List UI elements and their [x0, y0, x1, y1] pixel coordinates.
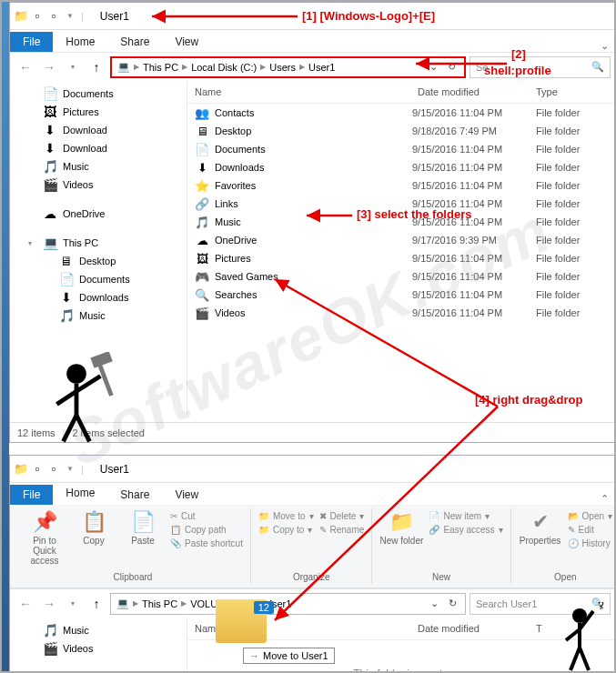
nav-item[interactable]: 🎵Music [10, 621, 187, 639]
ribbon-collapse-icon[interactable]: ⌃ [593, 493, 616, 505]
nav-item[interactable]: 🎵Music [10, 306, 187, 325]
file-row[interactable]: 🎬Videos9/15/2016 11:04 PMFile folder [187, 304, 616, 322]
recent-dropdown-icon[interactable]: ▾ [63, 57, 83, 77]
file-row[interactable]: ⬇Downloads9/15/2016 11:04 PMFile folder [187, 158, 616, 176]
copy-path-button[interactable]: 📋 Copy path [170, 524, 243, 536]
refresh-icon[interactable]: ↻ [443, 598, 461, 609]
file-row[interactable]: 🔗Links9/15/2016 11:04 PMFile folder [187, 195, 616, 213]
col-date[interactable]: Date modified [418, 86, 536, 97]
nav-item[interactable]: 📄Documents [10, 85, 187, 103]
file-row[interactable]: 🔍Searches9/15/2016 11:04 PMFile folder [187, 286, 616, 304]
breadcrumb-seg[interactable]: Users [268, 62, 298, 73]
copy-to-button[interactable]: 📁 Copy to ▾ [258, 524, 314, 536]
qat-dropdown-icon[interactable]: ▼ [63, 9, 77, 24]
nav-item[interactable]: 🖥Desktop [10, 252, 187, 270]
open-button[interactable]: 📂 Open ▾ [568, 510, 612, 522]
file-row[interactable]: 👥Contacts9/15/2016 11:04 PMFile folder [187, 104, 616, 122]
breadcrumb-seg[interactable]: User1 [307, 62, 337, 73]
cut-button[interactable]: ✂ Cut [170, 510, 243, 522]
breadcrumb-seg[interactable]: Local Disk (C:) [189, 62, 258, 73]
forward-button[interactable]: → [39, 594, 59, 614]
file-date: 9/15/2016 11:04 PM [412, 307, 530, 318]
file-row[interactable]: 📄Documents9/15/2016 11:04 PMFile folder [187, 140, 616, 158]
refresh-icon[interactable]: ↻ [442, 61, 460, 73]
address-dropdown-icon[interactable]: ⌄ [424, 61, 442, 73]
nav-item[interactable]: ⬇Download [10, 139, 187, 157]
breadcrumb-seg[interactable]: This PC [141, 62, 180, 73]
edit-button[interactable]: ✎ Edit [568, 524, 612, 536]
address-dropdown-icon[interactable]: ⌄ [425, 598, 443, 609]
file-row[interactable]: ⭐Favorites9/15/2016 11:04 PMFile folder [187, 176, 616, 195]
nav-item[interactable]: 🎵Music [10, 157, 187, 176]
tab-share[interactable]: Share [107, 485, 162, 505]
tab-view[interactable]: View [162, 32, 211, 52]
pc-icon[interactable]: 💻 [115, 598, 131, 609]
history-button[interactable]: 🕘 History [568, 537, 612, 549]
column-headers[interactable]: Name Date modified Type [187, 81, 616, 104]
paste-shortcut-button[interactable]: 📎 Paste shortcut [170, 537, 243, 549]
address-bar[interactable]: 💻▶ This PC▶ Local Disk (C:)▶ Users▶ User… [110, 56, 466, 78]
nav-item[interactable]: ▾💻This PC [10, 234, 187, 252]
titlebar[interactable]: 📁 ▫ ▫ ▼ | User1 [10, 456, 616, 483]
tab-file[interactable]: File [10, 485, 53, 505]
navigation-pane[interactable]: 📄Documents🖼Pictures⬇Download⬇Download🎵Mu… [10, 81, 187, 415]
new-folder-button[interactable]: 📁New folder [379, 510, 423, 546]
properties-qat-icon[interactable]: ▫ [30, 9, 45, 24]
back-button[interactable]: ← [15, 594, 35, 614]
navigation-pane[interactable]: 🎵Music🎬Videos☁OneDrive🖥Desktop [10, 618, 187, 672]
nav-item[interactable]: ⬇Download [10, 121, 187, 139]
file-date: 9/15/2016 11:04 PM [412, 144, 530, 155]
file-row[interactable]: 🎮Saved Games9/15/2016 11:04 PMFile folde… [187, 267, 616, 286]
paste-button[interactable]: 📄Paste [121, 510, 165, 546]
recent-dropdown-icon[interactable]: ▾ [63, 594, 83, 614]
back-button[interactable]: ← [15, 57, 35, 77]
new-item-button[interactable]: 📄 New item ▾ [429, 510, 502, 522]
tab-file[interactable]: File [10, 32, 53, 52]
properties-button[interactable]: ✔Properties [519, 510, 562, 546]
forward-button[interactable]: → [39, 57, 59, 77]
search-input[interactable]: Search User1 🔍 [470, 593, 611, 615]
easy-access-button[interactable]: 🔗 Easy access ▾ [429, 524, 502, 536]
breadcrumb-seg[interactable]: This PC [140, 598, 179, 609]
col-type[interactable]: Type [536, 86, 609, 97]
tab-view[interactable]: View [162, 485, 211, 505]
search-input[interactable]: Se 🔍 [470, 56, 611, 78]
delete-button[interactable]: ✖ Delete ▾ [319, 510, 365, 522]
newfolder-qat-icon[interactable]: ▫ [46, 462, 61, 477]
pin-quick-access-button[interactable]: 📌Pin to Quick access [23, 510, 66, 566]
file-row[interactable]: 🖥Desktop9/18/2016 7:49 PMFile folder [187, 122, 616, 140]
rename-button[interactable]: ✎ Rename [319, 524, 365, 536]
nav-item[interactable]: 🎬Videos [10, 176, 187, 194]
nav-item[interactable]: 🖼Pictures [10, 103, 187, 121]
tab-home[interactable]: Home [53, 32, 107, 52]
file-list[interactable]: Name Date modified Type 👥Contacts9/15/20… [187, 81, 616, 415]
address-bar[interactable]: 💻▶ This PC▶ VOLUME (D:)▶ User1 ⌄ ↻ [110, 593, 466, 615]
file-row[interactable]: 🖼Pictures9/15/2016 11:04 PMFile folder [187, 249, 616, 267]
ribbon-expand-icon[interactable]: ⌄ [593, 40, 616, 52]
tab-share[interactable]: Share [107, 32, 162, 52]
qat-dropdown-icon[interactable]: ▼ [63, 462, 77, 477]
move-to-button[interactable]: 📁 Move to ▾ [258, 510, 314, 522]
nav-item[interactable]: 🎬Videos [10, 639, 187, 658]
arrow-right-icon: → [249, 650, 259, 661]
titlebar[interactable]: 📁 ▫ ▫ ▼ | User1 [10, 3, 616, 30]
pc-icon[interactable]: 💻 [116, 61, 132, 73]
up-button[interactable]: ↑ [86, 594, 106, 614]
nav-item[interactable]: ☁OneDrive [10, 668, 187, 672]
properties-qat-icon[interactable]: ▫ [30, 462, 45, 477]
nav-item[interactable]: ☁OneDrive [10, 205, 187, 223]
nav-item[interactable]: 📄Documents [10, 270, 187, 288]
up-button[interactable]: ↑ [86, 57, 106, 77]
col-name[interactable]: Name [195, 86, 418, 97]
col-type[interactable]: T [536, 623, 609, 634]
newfolder-qat-icon[interactable]: ▫ [46, 9, 61, 24]
copy-button[interactable]: 📋Copy [72, 510, 116, 546]
file-date: 9/15/2016 11:04 PM [412, 253, 530, 264]
file-row[interactable]: ☁OneDrive9/17/2016 9:39 PMFile folder [187, 231, 616, 249]
col-date[interactable]: Date modified [418, 623, 536, 634]
file-row[interactable]: 🎵Music9/15/2016 11:04 PMFile folder [187, 213, 616, 231]
tree-expander-icon[interactable]: ▾ [28, 239, 37, 247]
nav-item-icon: 💻 [43, 236, 57, 250]
tab-home[interactable]: Home [53, 483, 107, 505]
nav-item[interactable]: ⬇Downloads [10, 288, 187, 306]
